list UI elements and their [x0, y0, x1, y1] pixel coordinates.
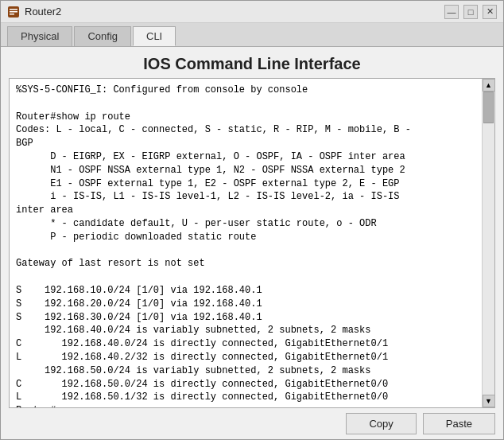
- tab-config[interactable]: Config: [74, 26, 131, 46]
- svg-rect-3: [10, 14, 14, 15]
- terminal-output[interactable]: %SYS-5-CONFIG_I: Configured from console…: [10, 79, 482, 407]
- app-icon: [7, 6, 20, 18]
- scroll-up-arrow[interactable]: ▲: [483, 79, 495, 92]
- cli-area: %SYS-5-CONFIG_I: Configured from console…: [1, 78, 503, 408]
- maximize-button[interactable]: □: [463, 5, 478, 19]
- scrollbar: ▲ ▼: [482, 79, 494, 407]
- svg-rect-2: [10, 11, 17, 13]
- title-bar-left: Router2: [7, 6, 61, 18]
- window-title: Router2: [25, 6, 61, 18]
- title-bar-controls: — □ ✕: [444, 5, 497, 19]
- paste-button[interactable]: Paste: [423, 413, 495, 434]
- scroll-thumb[interactable]: [483, 92, 494, 123]
- tab-physical[interactable]: Physical: [7, 26, 72, 46]
- tab-cli[interactable]: CLI: [133, 26, 176, 46]
- minimize-button[interactable]: —: [444, 5, 459, 19]
- page-title: IOS Command Line Interface: [1, 47, 503, 78]
- close-button[interactable]: ✕: [483, 5, 497, 19]
- main-window: Router2 — □ ✕ Physical Config CLI IOS Co…: [0, 0, 504, 440]
- scroll-track[interactable]: [483, 92, 494, 395]
- copy-button[interactable]: Copy: [346, 413, 416, 434]
- scroll-down-arrow[interactable]: ▼: [483, 395, 495, 407]
- bottom-bar: Copy Paste: [1, 408, 503, 439]
- svg-rect-1: [10, 9, 17, 10]
- title-bar: Router2 — □ ✕: [1, 1, 503, 23]
- terminal-wrapper: %SYS-5-CONFIG_I: Configured from console…: [9, 78, 495, 408]
- tab-bar: Physical Config CLI: [1, 23, 503, 47]
